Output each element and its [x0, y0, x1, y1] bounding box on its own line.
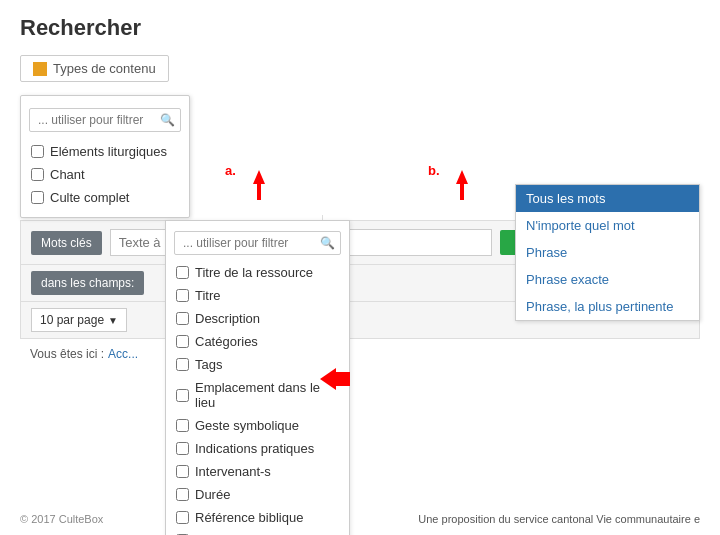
indications-label: Indications pratiques: [195, 441, 314, 456]
types-button-label: Types de contenu: [53, 61, 156, 76]
emplacement-label: Emplacement dans le lieu: [195, 380, 339, 410]
duree-label: Durée: [195, 487, 230, 502]
elements-liturgiques-label: Eléments liturgiques: [50, 144, 167, 159]
content-type-item-elements[interactable]: Eléments liturgiques: [21, 140, 189, 163]
titre-label: Titre: [195, 288, 221, 303]
indications-checkbox[interactable]: [176, 442, 189, 455]
duree-checkbox[interactable]: [176, 488, 189, 501]
annotation-a-label: a.: [225, 163, 236, 178]
tous-les-mots-dropdown: Tous les mots N'importe quel mot Phrase …: [515, 184, 700, 321]
content-type-item-culte[interactable]: Culte complet: [21, 186, 189, 209]
field-indications[interactable]: Indications pratiques: [166, 437, 349, 460]
field-titre-ressource[interactable]: Titre de la ressource: [166, 261, 349, 284]
field-geste[interactable]: Geste symbolique: [166, 414, 349, 437]
footer-copyright: © 2017 CulteBox: [20, 513, 103, 525]
categories-label: Catégories: [195, 334, 258, 349]
breadcrumb-link[interactable]: Acc...: [108, 347, 138, 361]
titre-checkbox[interactable]: [176, 289, 189, 302]
annotation-b-label: b.: [428, 163, 440, 178]
geste-checkbox[interactable]: [176, 419, 189, 432]
breadcrumb-label: Vous êtes ici :: [30, 347, 104, 361]
content-type-filter-input[interactable]: [29, 108, 181, 132]
intervenant-label: Intervenant-s: [195, 464, 271, 479]
per-page-select[interactable]: 10 par page ▼: [31, 308, 127, 332]
emplacement-checkbox[interactable]: [176, 389, 189, 402]
breadcrumb: Vous êtes ici : Acc...: [20, 339, 700, 369]
field-categories[interactable]: Catégories: [166, 330, 349, 353]
reference-checkbox[interactable]: [176, 511, 189, 524]
field-description[interactable]: Description: [166, 307, 349, 330]
grid-icon: [33, 62, 47, 76]
fields-search-icon: 🔍: [320, 236, 335, 250]
search-icon: 🔍: [160, 113, 175, 127]
footer-right: Une proposition du service cantonal Vie …: [418, 513, 700, 525]
svg-marker-0: [253, 170, 265, 200]
tlm-tous-les-mots[interactable]: Tous les mots: [516, 185, 699, 212]
chant-label: Chant: [50, 167, 85, 182]
tags-checkbox[interactable]: [176, 358, 189, 371]
filter-input-wrapper: 🔍: [29, 108, 181, 132]
culte-complet-checkbox[interactable]: [31, 191, 44, 204]
titre-ressource-label: Titre de la ressource: [195, 265, 313, 280]
intervenant-checkbox[interactable]: [176, 465, 189, 478]
chevron-down-icon: ▼: [108, 315, 118, 326]
page-title: Rechercher: [20, 15, 700, 41]
per-page-value: 10 par page: [40, 313, 104, 327]
svg-marker-1: [456, 170, 468, 200]
field-intervenant[interactable]: Intervenant-s: [166, 460, 349, 483]
description-label: Description: [195, 311, 260, 326]
tlm-nimporte-quel[interactable]: N'importe quel mot: [516, 212, 699, 239]
field-reference[interactable]: Référence biblique: [166, 506, 349, 529]
tags-label: Tags: [195, 357, 222, 372]
elements-liturgiques-checkbox[interactable]: [31, 145, 44, 158]
categories-checkbox[interactable]: [176, 335, 189, 348]
page-wrapper: Rechercher Types de contenu 🔍 Eléments l…: [0, 0, 720, 384]
dans-les-champs-label: dans les champs:: [31, 271, 144, 295]
svg-marker-2: [320, 368, 350, 390]
field-titre[interactable]: Titre: [166, 284, 349, 307]
fields-filter-row: 🔍: [166, 227, 349, 261]
tlm-phrase-exacte[interactable]: Phrase exacte: [516, 266, 699, 293]
tlm-phrase[interactable]: Phrase: [516, 239, 699, 266]
field-duree[interactable]: Durée: [166, 483, 349, 506]
annotation-c-arrow: [320, 368, 350, 390]
tlm-phrase-pertinente[interactable]: Phrase, la plus pertinente: [516, 293, 699, 320]
mots-cles-label: Mots clés: [31, 231, 102, 255]
content-type-item-chant[interactable]: Chant: [21, 163, 189, 186]
reference-label: Référence biblique: [195, 510, 303, 525]
dropdown-filter-row: 🔍: [21, 104, 189, 140]
chant-checkbox[interactable]: [31, 168, 44, 181]
field-liens[interactable]: Liens vers ressources: [166, 529, 349, 535]
content-type-dropdown: 🔍 Eléments liturgiques Chant Culte compl…: [20, 95, 190, 218]
types-de-contenu-button[interactable]: Types de contenu: [20, 55, 169, 82]
annotation-a-arrow: [247, 170, 271, 200]
titre-ressource-checkbox[interactable]: [176, 266, 189, 279]
culte-complet-label: Culte complet: [50, 190, 129, 205]
fields-filter-input[interactable]: [174, 231, 341, 255]
description-checkbox[interactable]: [176, 312, 189, 325]
annotation-b-arrow: [450, 170, 474, 200]
fields-filter-wrapper: 🔍: [174, 231, 341, 255]
geste-label: Geste symbolique: [195, 418, 299, 433]
